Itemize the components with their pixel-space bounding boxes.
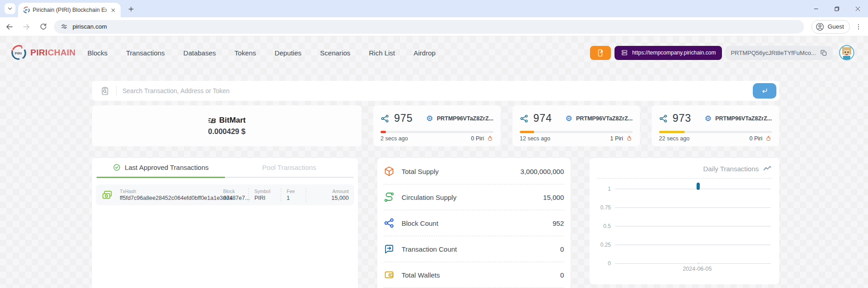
txhash-label: TxHash xyxy=(120,189,223,194)
block-card[interactable]: 973 PRTMP96VTaZ8ZrZ... 22 secs ago xyxy=(652,105,779,146)
price-card: B BitMart 0.000429 $ xyxy=(92,105,361,146)
tab-close-icon[interactable] xyxy=(109,6,117,14)
cpu-chip-icon xyxy=(704,114,712,122)
block-age: 22 secs ago xyxy=(659,135,689,142)
bitmart-logo-icon: B xyxy=(208,116,217,125)
nav-item-transactions[interactable]: Transactions xyxy=(126,49,165,57)
flame-icon xyxy=(487,135,493,142)
node-url-button[interactable]: https://tempcompany.pirichain.com xyxy=(614,46,722,60)
tab-search-button[interactable] xyxy=(5,3,15,14)
back-button[interactable] xyxy=(2,20,17,34)
stat-value: 952 xyxy=(552,219,564,227)
x-axis-tick xyxy=(698,263,699,264)
block-reward: 1 Piri xyxy=(610,135,623,142)
y-tick-label: 0 xyxy=(597,260,615,267)
block-card[interactable]: 974 PRTMP96VTaZ8ZrZ... 12 secs ago xyxy=(512,105,640,146)
search-bar xyxy=(92,81,779,101)
stat-label: Circulation Supply xyxy=(402,194,457,201)
y-tick-label: 0.75 xyxy=(597,204,615,211)
url-bar[interactable]: piriscan.com xyxy=(54,20,804,34)
stat-row-total-wallets: Total Wallets 0 xyxy=(384,262,564,288)
logo-wordmark: PIRICHAIN xyxy=(30,48,76,58)
tab-pool-transactions[interactable]: Pool Transactions xyxy=(225,158,353,178)
block-producer[interactable]: PRTMP96VTaZ8ZrZ... xyxy=(426,114,493,122)
symbol-label: Symbol xyxy=(254,189,275,194)
pirichain-favicon: P xyxy=(23,6,30,14)
block-label: Block xyxy=(223,189,243,194)
enter-arrow-icon xyxy=(761,87,769,95)
main-navigation: Blocks Transactions Databases Tokens Dep… xyxy=(88,49,436,57)
fee-label: Fee xyxy=(287,189,300,194)
x-tick-label: 2024-06-05 xyxy=(683,266,712,272)
browser-tab[interactable]: P Pirichain (PIRI) Blockchain Explo xyxy=(18,3,121,17)
amount-value: 15,000 xyxy=(332,195,349,201)
wallet-address-pill[interactable]: PRTMPQ56ycJRt8eTYfFuMco... xyxy=(726,46,833,60)
block-age-progress xyxy=(659,131,772,133)
stat-label: Total Supply xyxy=(402,168,439,175)
block-producer[interactable]: PRTMP96VTaZ8ZrZ... xyxy=(565,114,633,122)
chart-bar[interactable] xyxy=(697,183,700,190)
profile-button[interactable]: Guest xyxy=(811,20,850,34)
cpu-chip-icon xyxy=(426,114,434,122)
block-age-progress xyxy=(380,131,493,133)
block-producer[interactable]: PRTMP96VTaZ8ZrZ... xyxy=(704,114,772,122)
search-submit-button[interactable] xyxy=(753,83,776,99)
stat-value: 0 xyxy=(560,245,564,253)
stat-value: 3,000,000,000 xyxy=(521,168,564,175)
browser-urlbar-row: piriscan.com Guest xyxy=(0,17,868,36)
cash-icon xyxy=(101,189,113,201)
site-settings-icon xyxy=(60,23,68,30)
block-number[interactable]: 975 xyxy=(394,112,413,124)
search-input[interactable] xyxy=(122,87,779,94)
nav-item-scenarios[interactable]: Scenarios xyxy=(320,49,351,57)
share-nodes-icon xyxy=(380,114,390,123)
tab-last-approved-transactions[interactable]: Last Approved Transactions xyxy=(97,158,225,178)
svg-text:P: P xyxy=(25,8,28,12)
browser-menu-button[interactable] xyxy=(852,20,865,34)
nav-item-airdrop[interactable]: Airdrop xyxy=(414,49,435,57)
copy-icon[interactable] xyxy=(820,49,828,57)
nav-item-blocks[interactable]: Blocks xyxy=(88,49,107,57)
transaction-row[interactable]: TxHash ff5fd7c96a8ee28452c064efd0bff0e1a… xyxy=(96,184,354,205)
stat-label: Transaction Count xyxy=(402,245,457,253)
column-divider xyxy=(281,188,281,202)
logo-badge-text: PiRi xyxy=(15,51,22,55)
nav-item-deputies[interactable]: Deputies xyxy=(275,49,302,57)
share-nodes-icon xyxy=(520,114,529,123)
stat-label: Block Count xyxy=(402,219,439,227)
block-value[interactable]: 974 xyxy=(223,195,243,201)
window-minimize-button[interactable] xyxy=(805,0,826,17)
network-stats-panel: Total Supply 3,000,000,000 Circulation S… xyxy=(377,158,571,288)
nav-item-tokens[interactable]: Tokens xyxy=(234,49,256,57)
tab-title: Pirichain (PIRI) Blockchain Explo xyxy=(33,7,107,13)
nav-item-rich-list[interactable]: Rich List xyxy=(369,49,395,57)
chart-plot-area: 1 0.75 0.5 0.25 xyxy=(597,186,772,279)
url-text: piriscan.com xyxy=(73,23,107,30)
stat-row-transaction-count: Transaction Count 0 xyxy=(384,236,564,262)
block-age-progress xyxy=(520,131,633,133)
block-number[interactable]: 973 xyxy=(673,112,691,124)
nav-item-databases[interactable]: Databases xyxy=(183,49,216,57)
phone-export-icon xyxy=(596,49,605,57)
user-avatar[interactable] xyxy=(839,45,854,60)
search-divider xyxy=(116,86,117,96)
cube-icon xyxy=(384,166,395,177)
profile-label: Guest xyxy=(828,23,844,30)
new-tab-button[interactable] xyxy=(126,4,136,14)
chart-separator xyxy=(597,178,772,179)
block-reward: 0 Piri xyxy=(471,135,484,142)
daily-transactions-chart-panel: Daily Transactions 1 0.75 xyxy=(590,158,779,284)
txhash-value[interactable]: ff5fd7c96a8ee28452c064efd0bff0e1a1e3dda8… xyxy=(120,195,223,201)
guest-person-icon xyxy=(815,22,824,31)
stat-value: 0 xyxy=(560,271,564,279)
refresh-button[interactable] xyxy=(36,20,50,34)
window-restore-button[interactable] xyxy=(826,0,847,17)
window-close-button[interactable] xyxy=(847,0,868,17)
block-number[interactable]: 974 xyxy=(533,112,552,124)
block-reward: 0 Piri xyxy=(750,135,762,142)
flame-icon xyxy=(626,135,633,142)
mobile-app-button[interactable] xyxy=(590,46,611,60)
block-card[interactable]: 975 PRTMP96VTaZ8ZrZ... 2 secs ago xyxy=(373,105,501,146)
forward-button[interactable] xyxy=(19,20,34,34)
pirichain-logo[interactable]: PiRi PIRICHAIN xyxy=(10,44,76,61)
